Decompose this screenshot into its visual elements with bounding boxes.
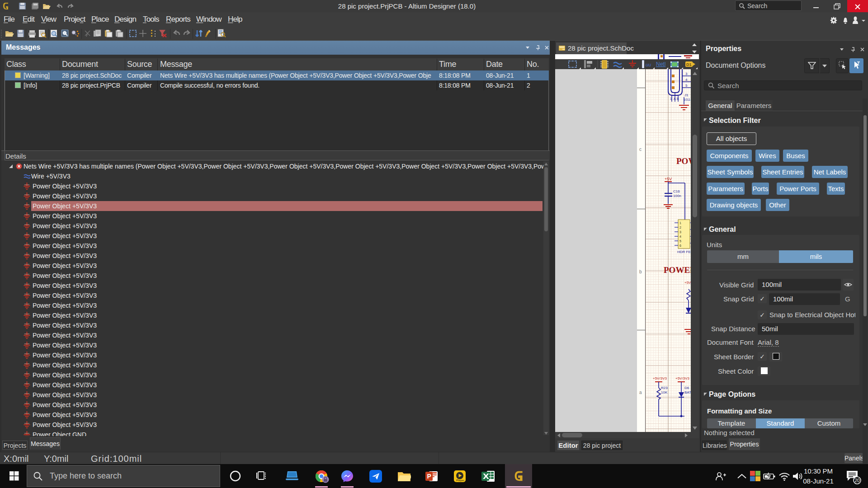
svg-text:100n: 100n	[673, 194, 681, 198]
svg-text:BAT: BAT	[684, 390, 691, 394]
svg-text:D6: D6	[684, 386, 689, 390]
svg-text:1: 1	[679, 221, 681, 225]
svg-text:+5V: +5V	[665, 177, 672, 181]
svg-text:5: 5	[679, 239, 681, 243]
svg-text:P: P	[427, 473, 431, 480]
svg-text:6: 6	[679, 244, 681, 247]
svg-text:POWER: POWER	[664, 265, 691, 275]
svg-text:+5V/3V3: +5V/3V3	[653, 376, 667, 380]
svg-text:Player: Player	[456, 479, 465, 482]
svg-text:1011: 1011	[684, 98, 690, 101]
svg-text:A: A	[674, 97, 676, 100]
svg-text:R23: R23	[661, 386, 668, 390]
svg-text:uu: uu	[646, 62, 651, 67]
svg-text:2: 2	[679, 226, 681, 229]
svg-text:20: 20	[854, 478, 860, 483]
svg-text:+5V/3V3: +5V/3V3	[675, 376, 689, 380]
svg-text:4: 4	[685, 78, 688, 82]
svg-text:POW: POW	[676, 156, 691, 166]
svg-text:D1: D1	[686, 62, 692, 67]
svg-text:4: 4	[679, 235, 681, 238]
svg-text:5: 5	[685, 84, 688, 88]
svg-text:Netl: Netl	[656, 61, 665, 67]
svg-text:10K: 10K	[661, 390, 668, 394]
svg-text:3: 3	[679, 230, 681, 234]
svg-text:J1: J1	[684, 93, 689, 97]
svg-text:C16: C16	[673, 189, 680, 193]
svg-text:3: 3	[685, 72, 688, 76]
svg-text:1: 1	[670, 97, 672, 100]
svg-text:B: B	[677, 97, 679, 100]
svg-text:+5V: +5V	[684, 281, 691, 285]
svg-text:HDR FEM: HDR FEM	[677, 250, 691, 254]
